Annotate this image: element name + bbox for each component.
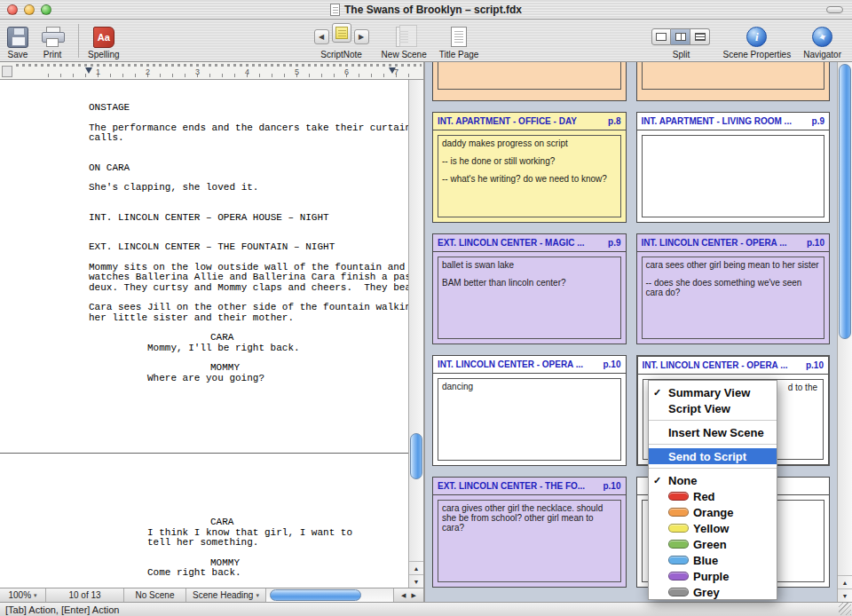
editor-hscroll-thumb[interactable]	[270, 589, 361, 601]
scene-card-heading: INT. APARTMENT - LIVING ROOM ...	[642, 116, 792, 126]
menu-separator	[649, 468, 777, 469]
menu-item-orange[interactable]: Orange	[649, 504, 777, 520]
title-page-button[interactable]: Title Page	[439, 25, 479, 59]
scene-card-body[interactable]	[642, 62, 825, 90]
script-editor-pane: 1234567 ONSTAGEThe performance ends and …	[0, 62, 425, 602]
spelling-button[interactable]: Aa Spelling	[88, 25, 120, 59]
menu-item-insert-new-scene[interactable]: Insert New Scene	[649, 424, 777, 440]
scene-card[interactable]: EXT. LINCOLN CENTER - THE FO...p.10cara …	[432, 477, 627, 588]
ruler-number: 4	[245, 67, 249, 76]
close-button[interactable]	[7, 4, 18, 15]
titlebar[interactable]: The Swans of Brooklyn – script.fdx	[0, 0, 852, 20]
navigator-compass-icon: ✦	[812, 27, 832, 47]
print-icon	[41, 27, 64, 48]
ruler[interactable]: 1234567	[0, 62, 423, 80]
scene-properties-button[interactable]: i Scene Properties	[722, 25, 791, 59]
cards-vscroll-thumb[interactable]	[839, 64, 851, 339]
scene-card[interactable]: INT. LINCOLN CENTER - OPERA ...p.10cara …	[636, 233, 831, 344]
scene-card[interactable]: INT. APARTMENT - OFFICE - DAYp.8daddy ma…	[432, 112, 627, 223]
scroll-down-icon[interactable]: ▼	[838, 588, 852, 602]
zoom-value: 100%	[8, 590, 31, 600]
scene-card-body[interactable]: daddy makes progress on script-- is he d…	[438, 135, 621, 217]
scene-card-body[interactable]: cara gives other girl the necklace. shou…	[438, 500, 621, 582]
resize-grip[interactable]	[839, 603, 851, 615]
scene-card-header: INT. APARTMENT - LIVING ROOM ...p.9	[637, 113, 830, 130]
scene-card-header: EXT. LINCOLN CENTER - THE FO...p.10	[433, 478, 626, 495]
scene-card-body[interactable]: cara sees other girl being mean to her s…	[642, 257, 825, 339]
page-break	[0, 453, 408, 454]
zoom-button[interactable]	[41, 4, 51, 15]
split-group: Split	[651, 25, 710, 59]
scene-card[interactable]	[636, 62, 831, 101]
scroll-up-icon[interactable]: ▲	[838, 575, 852, 588]
scene-card-note: -- is he done or still working?	[442, 156, 617, 166]
menu-item-grey[interactable]: Grey	[649, 584, 777, 600]
menu-item-label: Yellow	[693, 522, 729, 535]
scriptnote-button[interactable]	[332, 23, 351, 43]
scene-card-body[interactable]	[438, 62, 621, 90]
scroll-up-icon[interactable]: ▲	[409, 561, 423, 574]
save-button[interactable]: Save	[7, 25, 28, 59]
menu-item-purple[interactable]: Purple	[649, 568, 777, 584]
scroll-down-icon[interactable]: ▼	[409, 574, 423, 588]
ruler-number: 3	[195, 67, 200, 76]
zoom-select[interactable]: 100% ▾	[0, 588, 46, 602]
menu-item-none[interactable]: ✓None	[649, 472, 777, 488]
color-swatch-icon	[668, 556, 689, 565]
right-indent-marker[interactable]	[389, 67, 396, 77]
minimize-button[interactable]	[24, 4, 35, 15]
scroll-right-icon[interactable]: ▶	[412, 592, 416, 599]
scene-card-heading: INT. LINCOLN CENTER - OPERA ...	[643, 360, 788, 370]
scriptnote-icon	[335, 27, 348, 39]
spelling-label: Spelling	[88, 50, 120, 59]
editor-vertical-scrollbar[interactable]: ▲ ▼	[408, 80, 423, 588]
scriptnote-prev-button[interactable]: ◀	[314, 29, 329, 44]
menu-item-script-view[interactable]: Script View	[649, 400, 777, 416]
menu-item-green[interactable]: Green	[649, 536, 777, 552]
page-indicator: 10 of 13	[46, 588, 124, 602]
menu-item-label: Blue	[693, 554, 718, 567]
element-select[interactable]: Scene Heading ▾	[186, 588, 266, 602]
script-page[interactable]: ONSTAGEThe performance ends and the danc…	[0, 80, 408, 588]
left-indent-marker[interactable]	[85, 67, 92, 77]
split-vertical-button[interactable]	[671, 28, 690, 45]
single-pane-icon	[656, 33, 667, 41]
scene-card-page: p.9	[812, 116, 824, 126]
scene-card[interactable]: EXT. LINCOLN CENTER - MAGIC ...p.9ballet…	[432, 233, 627, 344]
scene-card-body[interactable]: dancing	[438, 378, 621, 461]
tab-well-icon[interactable]	[2, 66, 12, 77]
scene-card[interactable]: INT. LINCOLN CENTER - OPERA ...p.10danci…	[432, 355, 627, 466]
menu-item-label: Summary View	[668, 386, 750, 399]
scene-card-body[interactable]: ballet is swan lakeBAM better than linco…	[438, 257, 621, 339]
menu-item-red[interactable]: Red	[649, 488, 777, 504]
menu-item-send-to-script[interactable]: Send to Script	[649, 448, 777, 464]
toolbar-toggle-button[interactable]	[826, 6, 843, 13]
editor-status-bar: 100% ▾ 10 of 13 No Scene Scene Heading ▾	[0, 588, 423, 602]
split-single-button[interactable]	[651, 28, 671, 45]
scene-card-body[interactable]	[642, 135, 825, 217]
scene-card[interactable]: INT. APARTMENT - LIVING ROOM ...p.9	[636, 112, 831, 223]
title-page-label: Title Page	[439, 50, 479, 59]
ruler-number: 1	[96, 67, 100, 76]
print-button[interactable]: Print	[41, 25, 64, 59]
scene-card[interactable]	[432, 62, 627, 101]
scene-card-header: INT. LINCOLN CENTER - OPERA ...p.10	[637, 234, 830, 252]
split-horizontal-button[interactable]	[690, 28, 710, 45]
editor-vscroll-thumb[interactable]	[410, 433, 422, 479]
scroll-left-icon[interactable]: ◀	[401, 592, 406, 599]
new-scene-button[interactable]: New Scene	[382, 25, 427, 59]
scene-card-note: -- does she does something we've seen ca…	[646, 278, 821, 297]
context-menu: ✓Summary ViewScript ViewInsert New Scene…	[648, 380, 777, 600]
menu-item-summary-view[interactable]: ✓Summary View	[649, 384, 777, 400]
scriptnote-group: ◀ ▶ ScriptNote	[314, 25, 369, 59]
script-action: She's clapping, she loved it.	[89, 183, 408, 193]
scriptnote-next-button[interactable]: ▶	[354, 29, 369, 44]
scene-card-heading: EXT. LINCOLN CENTER - THE FO...	[438, 481, 585, 491]
editor-horizontal-scrollbar[interactable]	[266, 588, 393, 602]
scene-card-page: p.8	[608, 116, 620, 126]
scene-card-note: dancing	[442, 382, 617, 391]
navigator-button[interactable]: ✦ Navigator	[803, 25, 841, 59]
menu-item-yellow[interactable]: Yellow	[649, 520, 777, 536]
cards-vertical-scrollbar[interactable]: ▲ ▼	[837, 62, 852, 602]
menu-item-blue[interactable]: Blue	[649, 552, 777, 568]
